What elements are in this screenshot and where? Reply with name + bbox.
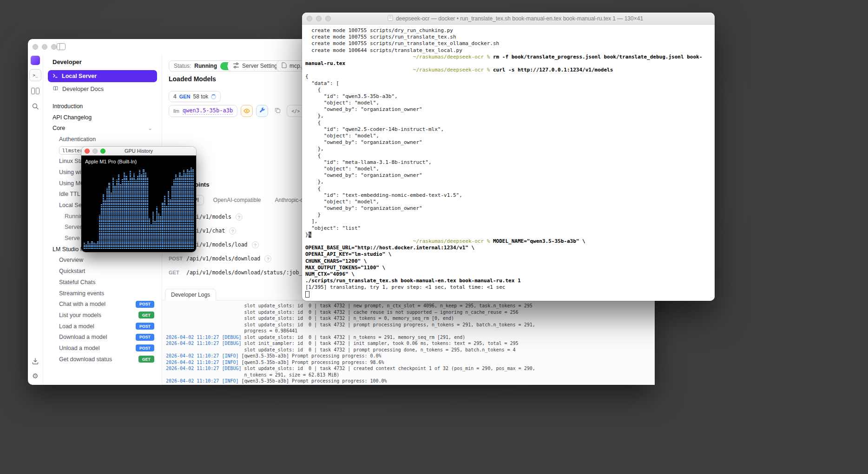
method-badge: POST (136, 344, 154, 351)
help-icon[interactable]: ? (229, 227, 236, 234)
terminal-line: { (305, 186, 715, 192)
method-badge: POST (136, 323, 154, 330)
rail-bottom-group: ⚙ (32, 357, 39, 379)
sidebar-item-label: Unload a model (59, 345, 100, 351)
gen-tokens: 58 tok (193, 93, 209, 100)
log-line: slot update_slots: id 0 | task 4732 | ne… (166, 303, 651, 309)
tab-developer-logs[interactable]: Developer Logs (165, 289, 216, 300)
sidebar-item[interactable]: List your modelsGET (47, 310, 158, 321)
sidebar-item[interactable]: Introduction (47, 101, 158, 112)
downloads-icon[interactable] (32, 357, 39, 367)
terminal-line: "object": "model", (305, 199, 715, 205)
model-type-label: llm (173, 109, 179, 114)
zoom-button[interactable] (325, 16, 331, 21)
sidebar-item[interactable]: API Changelog (47, 112, 158, 123)
terminal-line: OPENAI_BASE_URL="http://host.docker.inte… (305, 245, 715, 251)
tab-openai-compatible[interactable]: OpenAI-compatible (209, 195, 266, 205)
help-icon[interactable]: ? (252, 241, 259, 248)
gpu-usage-bar (87, 241, 89, 249)
settings-gear-icon[interactable]: ⚙ (32, 372, 38, 379)
minimize-button[interactable] (316, 16, 322, 21)
terminal-line: ], (305, 218, 715, 225)
close-button[interactable] (85, 149, 90, 154)
zoom-button[interactable] (100, 149, 105, 154)
sidebar-item[interactable]: Unload a modelPOST (47, 343, 158, 354)
log-line: n_tokens = 291, size = 62.813 MiB) (166, 372, 651, 378)
terminal-title: deepseek-ocr — docker • run_translate_te… (321, 15, 710, 22)
gpu-usage-bar (91, 241, 92, 249)
log-lines: slot update_slots: id 0 | task 4732 | ne… (166, 303, 651, 384)
wrench-icon (259, 107, 265, 115)
method-badge: GET (138, 312, 154, 318)
sliders-icon (233, 63, 239, 70)
copy-button[interactable] (271, 105, 283, 117)
developer-log-area[interactable]: slot update_slots: id 0 | task 4732 | ne… (162, 300, 655, 385)
sidebar-item-label: Download a model (59, 334, 107, 340)
gpu-usage-bar (149, 218, 150, 249)
gpu-usage-bar (141, 174, 142, 249)
terminal-line: "object": "model", (305, 133, 715, 139)
minimize-button[interactable] (92, 149, 98, 154)
gpu-usage-bar (93, 242, 95, 249)
log-line: 2026-04-02 11:10:27 [DEBUG] slot init_sa… (166, 340, 651, 347)
minimize-button[interactable] (42, 44, 47, 50)
endpoint-path: /api/v1/models/download/status/:job_id (186, 269, 309, 276)
sidebar-item[interactable]: Chat with a modelPOST (47, 299, 158, 310)
gpu-usage-bar (192, 169, 194, 249)
sidebar-item[interactable]: Stateful Chats (47, 277, 158, 288)
developer-terminal-icon[interactable]: >_ (29, 69, 41, 81)
close-button[interactable] (307, 16, 312, 21)
help-icon[interactable]: ? (264, 255, 271, 262)
method-badge: POST (136, 334, 154, 341)
terminal-line: OPENAI_API_KEY="lm-studio" \ (305, 251, 715, 258)
sidebar-item-label: Streaming events (59, 290, 104, 297)
gpu-usage-bar (191, 168, 192, 249)
preview-eye-button[interactable] (241, 105, 253, 117)
terminal-line: } (305, 212, 715, 218)
eye-icon (243, 107, 250, 115)
terminal-titlebar: deepseek-ocr — docker • run_translate_te… (302, 13, 715, 25)
book-icon (53, 85, 59, 93)
sidebar-item[interactable]: Download a modelPOST (47, 331, 158, 343)
close-button[interactable] (33, 44, 38, 50)
sidebar-item[interactable]: Authentication (47, 134, 158, 145)
gpu-usage-bar (156, 207, 158, 249)
sidebar-item[interactable]: Quickstart (47, 266, 158, 277)
loading-spinner-icon (211, 94, 216, 99)
sidebar-item-local-server[interactable]: Local Server (48, 70, 157, 82)
gpu-chart-body: Apple M1 Pro (Built-In) (81, 156, 196, 252)
sidebar-item[interactable]: Core⌄ (47, 123, 158, 134)
gpu-usage-bar (160, 216, 161, 249)
log-line: slot update_slots: id 0 | task 4732 | pr… (166, 347, 651, 353)
terminal-output[interactable]: create mode 100755 scripts/dry_run_chunk… (302, 25, 715, 301)
terminal-line: MAX_OUTPUT_TOKENS="1100" \ (305, 265, 715, 271)
terminal-line: "data": [ (305, 80, 715, 87)
discover-search-icon[interactable] (30, 101, 41, 112)
help-icon[interactable]: ? (236, 214, 243, 221)
terminal-line: ~/raskumas/deepseek-ocr % MODEL_NAME="qw… (305, 238, 715, 245)
columns-icon[interactable] (30, 85, 41, 97)
sidebar-item[interactable]: Streaming events (47, 288, 158, 299)
sidebar-item[interactable]: Get download statusGET (47, 354, 158, 365)
server-settings-label: Server Settings (242, 63, 280, 69)
gpu-usage-bar (132, 177, 133, 249)
gpu-usage-bar (137, 176, 138, 249)
endpoint-method: POST (169, 256, 186, 261)
log-line: slot update_slots: id 0 | task 4732 | pr… (166, 322, 651, 328)
gpu-usage-bar (147, 177, 148, 249)
sidebar-item-developer-docs[interactable]: Developer Docs (48, 83, 157, 95)
gpu-chart (84, 168, 194, 249)
sidebar-toggle-icon[interactable] (57, 43, 66, 52)
model-chip[interactable]: llm qwen3.5-35b-a3b (169, 105, 237, 117)
method-badge: GET (138, 356, 154, 363)
gpu-usage-bar (164, 195, 165, 249)
code-icon: </> (291, 109, 300, 114)
gpu-usage-bar (105, 200, 106, 249)
sidebar-item[interactable]: Load a modelPOST (47, 321, 158, 332)
model-settings-button[interactable] (256, 105, 268, 117)
sidebar-item[interactable]: Overview (47, 255, 158, 266)
gpu-usage-bar (112, 177, 114, 249)
zoom-button[interactable] (51, 44, 57, 50)
chevron-down-icon: ⌄ (148, 125, 152, 131)
terminal-line: { (305, 120, 715, 126)
